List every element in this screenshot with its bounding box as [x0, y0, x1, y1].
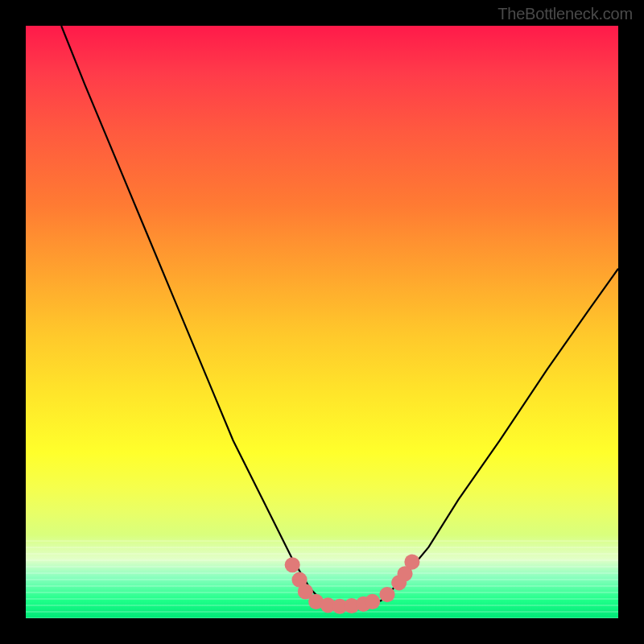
marker-dot — [404, 555, 419, 570]
chart-frame: TheBottleneck.com — [0, 0, 644, 644]
optimal-range-markers — [285, 555, 420, 614]
bottleneck-curve — [61, 26, 618, 606]
marker-dot — [285, 557, 300, 572]
marker-dot — [379, 587, 394, 602]
attribution-text: TheBottleneck.com — [497, 5, 633, 23]
marker-dot — [365, 594, 380, 609]
plot-area — [26, 26, 618, 618]
chart-svg — [26, 26, 618, 618]
